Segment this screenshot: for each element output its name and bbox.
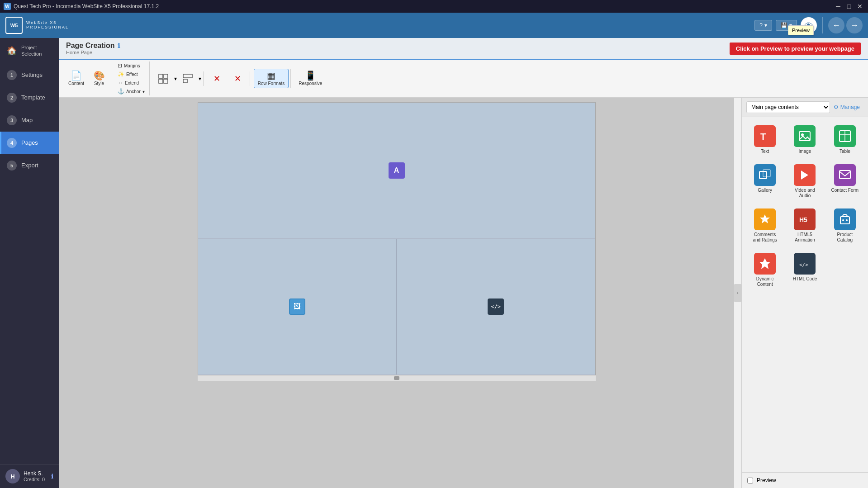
page-title-area: Page Creation ℹ Home Page <box>66 42 120 55</box>
titlebar-controls[interactable]: ─ □ ✕ <box>834 2 864 11</box>
toolbar-group-layout: ⊡ Margins ✨ Effect ↔ Extend ⚓ Anchor ▾ <box>113 62 150 95</box>
page-info-icon[interactable]: ℹ <box>118 42 120 49</box>
canvas-container: 1 A 2 🖼 <box>198 102 596 381</box>
content-item-gallery[interactable]: Gallery <box>747 161 783 201</box>
comments-ratings-icon <box>759 213 771 226</box>
effect-icon: ✨ <box>118 71 124 77</box>
grid-btn-2[interactable] <box>178 71 198 86</box>
sidebar-label-export: Export <box>21 162 38 169</box>
close-button[interactable]: ✕ <box>855 2 864 11</box>
content-item-html-code[interactable]: </> HTML Code <box>787 250 822 290</box>
style-button[interactable]: 🎨 Style <box>89 69 109 88</box>
svg-rect-2 <box>159 74 163 78</box>
image-cell-icon[interactable]: 🖼 <box>289 298 305 315</box>
grid-chevron: ▾ <box>174 76 177 82</box>
content-item-product-catalog[interactable]: Product Catalog <box>827 206 863 246</box>
delete-icon: ✕ <box>213 74 220 84</box>
step-3: 3 <box>7 115 17 125</box>
canvas-cell-2-1[interactable]: 🖼 <box>198 239 397 374</box>
html-code-icon-box: </> <box>794 253 816 275</box>
html5-animation-label: HTML5 Animation <box>790 232 820 243</box>
svg-rect-20 <box>840 217 849 224</box>
table-label: Table <box>840 149 850 154</box>
canvas-cell-1-1[interactable]: A <box>198 103 595 238</box>
contact-form-icon-box <box>834 164 856 186</box>
extend-button[interactable]: ↔ Extend <box>115 79 147 87</box>
minimize-button[interactable]: ─ <box>834 2 843 11</box>
save-icon: 💾 <box>781 22 787 28</box>
video-audio-label: Video and Audio <box>790 188 820 199</box>
margins-button[interactable]: ⊡ Margins <box>115 62 147 70</box>
delete-col-icon: ✕ <box>234 74 241 84</box>
manage-label: Manage <box>840 104 860 110</box>
sidebar-item-settings[interactable]: 1 Settings <box>0 64 59 86</box>
main-layout: 🏠 ProjectSelection 1 Settings 2 Template… <box>0 38 868 488</box>
logo-text: WebSite X5 PROFESSIONAL <box>26 21 69 30</box>
toolbar-group-content-style: 📄 Content 🎨 Style <box>62 69 111 88</box>
content-type-dropdown[interactable]: Main page contents <box>746 101 830 113</box>
row-formats-icon: ▦ <box>267 71 275 80</box>
nav-arrows: ← → <box>828 17 863 33</box>
sidebar-item-pages[interactable]: 4 Pages <box>0 132 59 154</box>
content-button[interactable]: 📄 Content <box>64 69 88 88</box>
panel-header: Main page contents ⚙ Manage <box>742 98 868 117</box>
content-item-table[interactable]: Table <box>827 123 863 157</box>
preview-tooltip: Preview <box>788 25 814 35</box>
style-label: Style <box>94 81 104 86</box>
content-item-video-audio[interactable]: Video and Audio <box>787 161 822 201</box>
sidebar-item-export[interactable]: 5 Export <box>0 154 59 177</box>
grid-icon-1 <box>158 74 168 84</box>
product-catalog-icon-box <box>834 208 856 230</box>
canvas-cell-2-2[interactable]: </> <box>397 239 595 374</box>
content-item-text[interactable]: T Text <box>747 123 783 157</box>
text-icon: T <box>759 130 771 142</box>
svg-rect-4 <box>159 79 163 83</box>
user-area[interactable]: H Henk S. Credits: 0 ℹ <box>0 464 59 488</box>
maximize-button[interactable]: □ <box>844 2 854 11</box>
responsive-button[interactable]: 📱 Responsive <box>294 69 326 88</box>
grid-btn-1[interactable] <box>153 71 173 86</box>
sidebar-item-project-selection[interactable]: 🏠 ProjectSelection <box>0 38 59 64</box>
svg-rect-17 <box>840 171 850 179</box>
collapse-panel-button[interactable]: ‹ <box>734 284 741 302</box>
delete-col-button[interactable]: ✕ <box>228 71 248 86</box>
help-button[interactable]: ? ▾ <box>754 20 772 31</box>
code-cell-icon[interactable]: </> <box>488 298 504 315</box>
style-icon: 🎨 <box>94 71 105 80</box>
image-icon-box <box>794 125 816 147</box>
html-code-icon: </> <box>798 257 811 270</box>
effect-button[interactable]: ✨ Effect <box>115 70 147 78</box>
user-name: Henk S. <box>24 470 45 477</box>
content-item-dynamic-content[interactable]: Dynamic Content <box>747 250 783 290</box>
svg-rect-5 <box>164 79 168 83</box>
sidebar-item-template[interactable]: 2 Template <box>0 86 59 109</box>
content-item-html5-animation[interactable]: H5 HTML5 Animation <box>787 206 822 246</box>
text-icon-label: A <box>394 166 399 175</box>
back-button[interactable]: ← <box>828 17 844 33</box>
margins-label: Margins <box>124 63 140 68</box>
row-formats-button[interactable]: ▦ Row Formats <box>254 69 289 88</box>
svg-point-22 <box>846 219 848 221</box>
table-icon <box>839 130 851 142</box>
comments-ratings-label: Comments and Ratings <box>750 232 780 243</box>
canvas-scroll[interactable]: 1 A 2 🖼 <box>59 98 734 488</box>
content-item-comments-ratings[interactable]: Comments and Ratings <box>747 206 783 246</box>
ruler-handle[interactable] <box>394 376 399 380</box>
content-item-contact-form[interactable]: Contact Form <box>827 161 863 201</box>
manage-button[interactable]: ⚙ Manage <box>830 102 863 112</box>
svg-marker-16 <box>801 171 808 180</box>
forward-button[interactable]: → <box>846 17 863 33</box>
avatar: H <box>5 469 20 483</box>
sidebar: 🏠 ProjectSelection 1 Settings 2 Template… <box>0 38 59 488</box>
delete-row-button[interactable]: ✕ <box>207 71 227 86</box>
anchor-button[interactable]: ⚓ Anchor ▾ <box>115 87 147 95</box>
margins-icon: ⊡ <box>118 62 122 69</box>
responsive-label: Responsive <box>299 81 322 86</box>
help-icon: ? <box>759 22 763 28</box>
sidebar-item-map[interactable]: 3 Map <box>0 109 59 132</box>
content-item-image[interactable]: Image <box>787 123 822 157</box>
app-header: W5 WebSite X5 PROFESSIONAL ? ▾ 💾 ▾ 👁 ← →… <box>0 13 868 38</box>
preview-checkbox-label: Preview <box>757 477 776 483</box>
preview-checkbox[interactable] <box>747 478 753 483</box>
text-cell-icon[interactable]: A <box>389 162 405 179</box>
